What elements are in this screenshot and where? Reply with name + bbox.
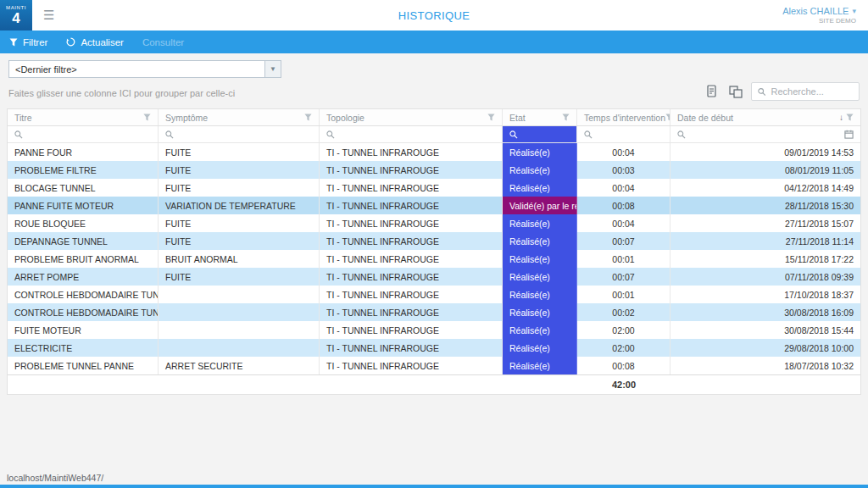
cell-etat[interactable]: Réalisé(e) <box>503 232 577 250</box>
cell-topologie[interactable]: TI - TUNNEL INFRAROUGE <box>320 303 503 321</box>
cell-date[interactable]: 28/11/2018 15:30 <box>670 197 860 214</box>
cell-titre[interactable]: PANNE FUITE MOTEUR <box>8 197 159 214</box>
filter-cell-etat[interactable] <box>503 126 577 142</box>
filter-funnel-icon[interactable] <box>562 114 570 121</box>
cell-topologie[interactable]: TI - TUNNEL INFRAROUGE <box>320 286 503 303</box>
app-logo[interactable]: MAINTI 4 <box>0 0 32 30</box>
cell-topologie[interactable]: TI - TUNNEL INFRAROUGE <box>320 232 503 250</box>
cell-etat[interactable]: Validé(e) par le res... <box>503 197 577 214</box>
cell-etat[interactable]: Réalisé(e) <box>503 179 577 197</box>
cell-temps[interactable]: 00:01 <box>577 250 670 268</box>
table-row[interactable]: CONTROLE HEBDOMADAIRE TUNNELTI - TUNNEL … <box>8 286 860 303</box>
cell-temps[interactable]: 02:00 <box>577 339 670 357</box>
cell-etat[interactable]: Réalisé(e) <box>503 286 577 303</box>
cell-temps[interactable]: 00:02 <box>577 303 670 321</box>
cell-titre[interactable]: PROBLEME TUNNEL PANNE <box>8 357 159 374</box>
cell-symptome[interactable]: FUITE <box>159 161 320 179</box>
cell-symptome[interactable]: FUITE <box>159 143 320 161</box>
column-header-topologie[interactable]: Topologie <box>320 109 503 125</box>
cell-symptome[interactable] <box>159 286 320 303</box>
cell-etat[interactable]: Réalisé(e) <box>503 250 577 268</box>
cell-symptome[interactable]: FUITE <box>159 268 320 286</box>
cell-date[interactable]: 30/08/2018 16:09 <box>670 303 860 321</box>
cell-titre[interactable]: CONTROLE HEBDOMADAIRE TUNNEL <box>8 303 159 321</box>
cell-topologie[interactable]: TI - TUNNEL INFRAROUGE <box>320 214 503 232</box>
cell-titre[interactable]: PROBLEME BRUIT ANORMAL <box>8 250 159 268</box>
cell-titre[interactable]: FUITE MOTEUR <box>8 321 159 339</box>
filter-funnel-icon[interactable] <box>846 114 854 121</box>
column-header-symptome[interactable]: Symptôme <box>159 109 320 125</box>
grid-search-box[interactable] <box>751 82 860 101</box>
filter-funnel-icon[interactable] <box>487 114 495 121</box>
cell-topologie[interactable]: TI - TUNNEL INFRAROUGE <box>320 250 503 268</box>
filter-cell-temps[interactable] <box>577 126 670 142</box>
column-header-etat[interactable]: Etat <box>503 109 577 125</box>
hamburger-menu-icon[interactable]: ☰ <box>43 8 54 23</box>
cell-titre[interactable]: ARRET POMPE <box>8 268 159 286</box>
cell-topologie[interactable]: TI - TUNNEL INFRAROUGE <box>320 321 503 339</box>
saved-filter-dropdown[interactable]: <Dernier filtre> ▼ <box>8 60 281 78</box>
table-row[interactable]: ARRET POMPEFUITETI - TUNNEL INFRAROUGERé… <box>8 268 860 286</box>
filter-cell-titre[interactable] <box>8 126 159 142</box>
cell-date[interactable]: 17/10/2018 18:37 <box>670 286 860 303</box>
cell-date[interactable]: 09/01/2019 14:53 <box>670 143 860 161</box>
search-input[interactable] <box>771 86 853 97</box>
column-chooser-button[interactable] <box>726 82 745 101</box>
cell-topologie[interactable]: TI - TUNNEL INFRAROUGE <box>320 197 503 214</box>
cell-temps[interactable]: 00:08 <box>577 197 670 214</box>
cell-date[interactable]: 30/08/2018 15:44 <box>670 321 860 339</box>
refresh-button[interactable]: Actualiser <box>57 30 133 53</box>
cell-etat[interactable]: Réalisé(e) <box>503 303 577 321</box>
cell-temps[interactable]: 00:04 <box>577 214 670 232</box>
cell-topologie[interactable]: TI - TUNNEL INFRAROUGE <box>320 268 503 286</box>
table-row[interactable]: BLOCAGE TUNNELFUITETI - TUNNEL INFRAROUG… <box>8 179 860 197</box>
filter-cell-topologie[interactable] <box>320 126 503 142</box>
cell-topologie[interactable]: TI - TUNNEL INFRAROUGE <box>320 143 503 161</box>
cell-date[interactable]: 27/11/2018 11:14 <box>670 232 860 250</box>
table-row[interactable]: FUITE MOTEURTI - TUNNEL INFRAROUGERéalis… <box>8 321 860 339</box>
cell-temps[interactable]: 00:08 <box>577 357 670 374</box>
cell-symptome[interactable]: VARIATION DE TEMPERATURE <box>159 197 320 214</box>
table-row[interactable]: PROBLEME TUNNEL PANNEARRET SECURITETI - … <box>8 357 860 374</box>
cell-date[interactable]: 18/07/2018 10:32 <box>670 357 860 374</box>
column-header-date[interactable]: Date de début↓ <box>670 109 860 125</box>
filter-button[interactable]: Filtrer <box>0 30 57 53</box>
cell-symptome[interactable] <box>159 339 320 357</box>
cell-topologie[interactable]: TI - TUNNEL INFRAROUGE <box>320 357 503 374</box>
cell-titre[interactable]: DEPANNAGE TUNNEL <box>8 232 159 250</box>
export-button[interactable] <box>702 82 721 101</box>
table-row[interactable]: PANNE FUITE MOTEURVARIATION DE TEMPERATU… <box>8 197 860 214</box>
cell-date[interactable]: 04/12/2018 14:49 <box>670 179 860 197</box>
consult-button[interactable]: Consulter <box>133 30 193 53</box>
table-row[interactable]: ELECTRICITETI - TUNNEL INFRAROUGERéalisé… <box>8 339 860 357</box>
cell-temps[interactable]: 00:04 <box>577 179 670 197</box>
dropdown-arrow-icon[interactable]: ▼ <box>264 61 281 77</box>
cell-etat[interactable]: Réalisé(e) <box>503 321 577 339</box>
table-row[interactable]: ROUE BLOQUEEFUITETI - TUNNEL INFRAROUGER… <box>8 214 860 232</box>
filter-funnel-icon[interactable] <box>304 114 312 121</box>
cell-etat[interactable]: Réalisé(e) <box>503 339 577 357</box>
cell-etat[interactable]: Réalisé(e) <box>503 161 577 179</box>
cell-topologie[interactable]: TI - TUNNEL INFRAROUGE <box>320 339 503 357</box>
cell-symptome[interactable] <box>159 321 320 339</box>
cell-titre[interactable]: PROBLEME FILTRE <box>8 161 159 179</box>
column-header-temps[interactable]: Temps d'intervention <box>577 109 670 125</box>
cell-date[interactable]: 07/11/2018 09:39 <box>670 268 860 286</box>
cell-etat[interactable]: Réalisé(e) <box>503 214 577 232</box>
filter-cell-date[interactable] <box>670 126 860 142</box>
cell-symptome[interactable]: FUITE <box>159 179 320 197</box>
cell-temps[interactable]: 02:00 <box>577 321 670 339</box>
table-row[interactable]: PANNE FOURFUITETI - TUNNEL INFRAROUGERéa… <box>8 143 860 161</box>
cell-etat[interactable]: Réalisé(e) <box>503 268 577 286</box>
cell-symptome[interactable]: BRUIT ANORMAL <box>159 250 320 268</box>
cell-date[interactable]: 15/11/2018 17:22 <box>670 250 860 268</box>
cell-temps[interactable]: 00:01 <box>577 286 670 303</box>
cell-titre[interactable]: BLOCAGE TUNNEL <box>8 179 159 197</box>
filter-funnel-icon[interactable] <box>143 114 151 121</box>
cell-date[interactable]: 08/01/2019 11:05 <box>670 161 860 179</box>
cell-temps[interactable]: 00:07 <box>577 232 670 250</box>
table-row[interactable]: DEPANNAGE TUNNELFUITETI - TUNNEL INFRARO… <box>8 232 860 250</box>
filter-cell-symptome[interactable] <box>159 126 320 142</box>
cell-date[interactable]: 29/08/2018 10:00 <box>670 339 860 357</box>
cell-temps[interactable]: 00:07 <box>577 268 670 286</box>
